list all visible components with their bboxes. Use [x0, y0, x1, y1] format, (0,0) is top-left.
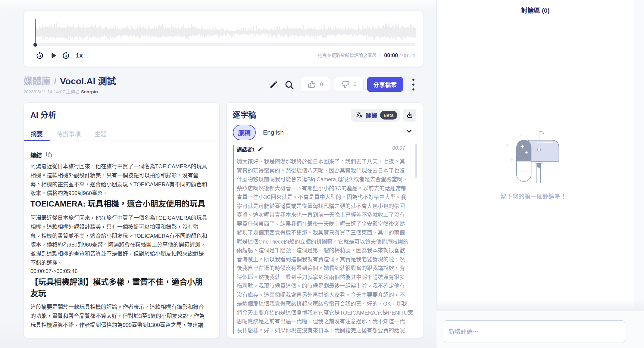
svg-text:3: 3 — [65, 54, 67, 58]
svg-text:3: 3 — [39, 54, 41, 58]
